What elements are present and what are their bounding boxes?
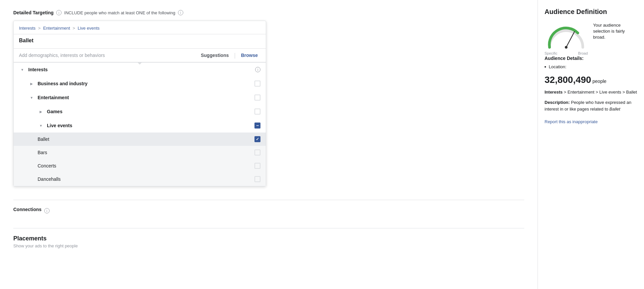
category-label-entertainment: Entertainment bbox=[38, 95, 254, 100]
checkbox-bars[interactable] bbox=[254, 149, 260, 155]
games-sub-wrapper: ▶ Games bbox=[14, 105, 266, 119]
breadcrumb-live-events[interactable]: Live events bbox=[78, 26, 99, 31]
location-item: Location: bbox=[545, 64, 637, 69]
gauge-labels: Specific Broad bbox=[545, 51, 588, 55]
audience-def-title: Audience Definition bbox=[545, 8, 637, 16]
expand-icon-business: ▶ bbox=[28, 80, 35, 87]
leaf-row-bars[interactable]: Bars bbox=[14, 146, 266, 159]
breadcrumb-sep1: > bbox=[38, 26, 41, 31]
leaf-row-dancehalls[interactable]: Dancehalls bbox=[14, 172, 266, 186]
breadcrumb: Interests > Entertainment > Live events bbox=[14, 21, 266, 34]
collapse-icon-interests: ▼ bbox=[19, 66, 26, 73]
leaf-label-concerts: Concerts bbox=[38, 163, 254, 168]
audience-definition-sidebar: Audience Definition Spec bbox=[538, 0, 644, 289]
audience-path-label: Interests bbox=[545, 90, 563, 95]
category-row-business[interactable]: ▶ Business and industry bbox=[14, 77, 266, 91]
svg-line-0 bbox=[566, 32, 574, 47]
category-label-live-events: Live events bbox=[47, 123, 254, 128]
breadcrumb-sep2: > bbox=[73, 26, 75, 31]
checkbox-games[interactable] bbox=[254, 109, 260, 115]
audience-path-text: > Entertainment > Live events > Ballet bbox=[564, 90, 637, 95]
leaf-label-ballet: Ballet bbox=[38, 137, 254, 142]
leaf-label-dancehalls: Dancehalls bbox=[38, 176, 254, 182]
audience-description: Description: People who have expressed a… bbox=[545, 99, 637, 112]
collapse-icon-live-events: ▼ bbox=[38, 122, 44, 129]
dropdown-caret bbox=[137, 62, 142, 65]
category-label-business: Business and industry bbox=[38, 81, 254, 86]
connections-title: Connections bbox=[13, 207, 42, 212]
interests-info: i bbox=[255, 67, 260, 72]
location-label: Location: bbox=[549, 64, 566, 69]
gauge-container: Specific Broad Your audience selection i… bbox=[545, 22, 637, 49]
targeting-title: Detailed Targeting bbox=[13, 10, 54, 15]
search-row: Suggestions | Browse bbox=[14, 49, 266, 63]
include-info-icon[interactable]: i bbox=[178, 10, 183, 15]
description-italic: Ballet bbox=[609, 107, 620, 112]
audience-path: Interests > Entertainment > Live events … bbox=[545, 89, 637, 95]
audience-details-title: Audience Details: bbox=[545, 56, 637, 61]
category-label-games: Games bbox=[47, 109, 254, 114]
targeting-info-icon[interactable]: i bbox=[56, 10, 62, 15]
audience-count: 32,800,490 bbox=[545, 75, 591, 85]
audience-count-row: 32,800,490 people bbox=[545, 75, 637, 85]
gauge-label-broad: Broad bbox=[578, 51, 588, 55]
placements-subtitle: Show your ads to the right people bbox=[13, 243, 524, 248]
gauge-description: Your audience selection is fairly broad. bbox=[593, 22, 637, 41]
interests-info-icon[interactable]: i bbox=[255, 67, 260, 72]
description-label: Description: bbox=[545, 100, 570, 105]
tab-suggestions[interactable]: Suggestions bbox=[196, 49, 234, 62]
gauge-chart: Specific Broad bbox=[545, 22, 588, 49]
svg-point-1 bbox=[565, 46, 567, 49]
leaf-row-ballet[interactable]: Ballet bbox=[14, 133, 266, 146]
browse-list: ▼ Interests i ▶ Business and industry bbox=[14, 63, 266, 186]
include-text: INCLUDE people who match at least ONE of… bbox=[64, 10, 175, 15]
connections-info-icon[interactable]: i bbox=[44, 208, 50, 213]
targeting-dropdown-panel: Interests > Entertainment > Live events … bbox=[13, 21, 266, 186]
category-label-interests: Interests bbox=[28, 67, 255, 72]
current-item-title: Ballet bbox=[14, 34, 266, 49]
collapse-icon-entertainment: ▼ bbox=[28, 94, 35, 101]
search-input[interactable] bbox=[14, 49, 196, 62]
report-inappropriate-link[interactable]: Report this as inappropriate bbox=[545, 119, 598, 124]
live-events-sub-wrapper: ▼ Live events bbox=[14, 119, 266, 133]
gauge-label-specific: Specific bbox=[545, 51, 558, 55]
checkbox-business[interactable] bbox=[254, 81, 260, 87]
breadcrumb-interests[interactable]: Interests bbox=[19, 26, 36, 31]
audience-details-list: Location: bbox=[545, 64, 637, 69]
category-row-entertainment[interactable]: ▼ Entertainment bbox=[14, 91, 266, 105]
audience-count-suffix: people bbox=[592, 79, 606, 84]
tab-group: Suggestions | Browse bbox=[196, 49, 266, 62]
category-row-interests[interactable]: ▼ Interests i bbox=[14, 63, 266, 77]
category-row-games[interactable]: ▶ Games bbox=[23, 105, 266, 119]
checkbox-dancehalls[interactable] bbox=[254, 176, 260, 182]
breadcrumb-entertainment[interactable]: Entertainment bbox=[43, 26, 70, 31]
expand-icon-games: ▶ bbox=[38, 108, 44, 115]
placements-section: Placements Show your ads to the right pe… bbox=[13, 228, 524, 248]
checkbox-live-events[interactable] bbox=[254, 123, 260, 129]
tab-browse[interactable]: Browse bbox=[236, 49, 263, 62]
category-row-live-events[interactable]: ▼ Live events bbox=[23, 119, 266, 133]
category-interests: ▼ Interests i ▶ Business and industry bbox=[14, 63, 266, 186]
detailed-targeting-section: Detailed Targeting i INCLUDE people who … bbox=[13, 10, 524, 186]
checkbox-entertainment[interactable] bbox=[254, 95, 260, 101]
checkbox-ballet[interactable] bbox=[254, 136, 260, 142]
checkbox-concerts[interactable] bbox=[254, 163, 260, 169]
placements-title: Placements bbox=[13, 235, 524, 242]
connections-section: Connections i bbox=[13, 200, 524, 215]
leaf-label-bars: Bars bbox=[38, 150, 254, 155]
leaf-row-concerts[interactable]: Concerts bbox=[14, 159, 266, 172]
